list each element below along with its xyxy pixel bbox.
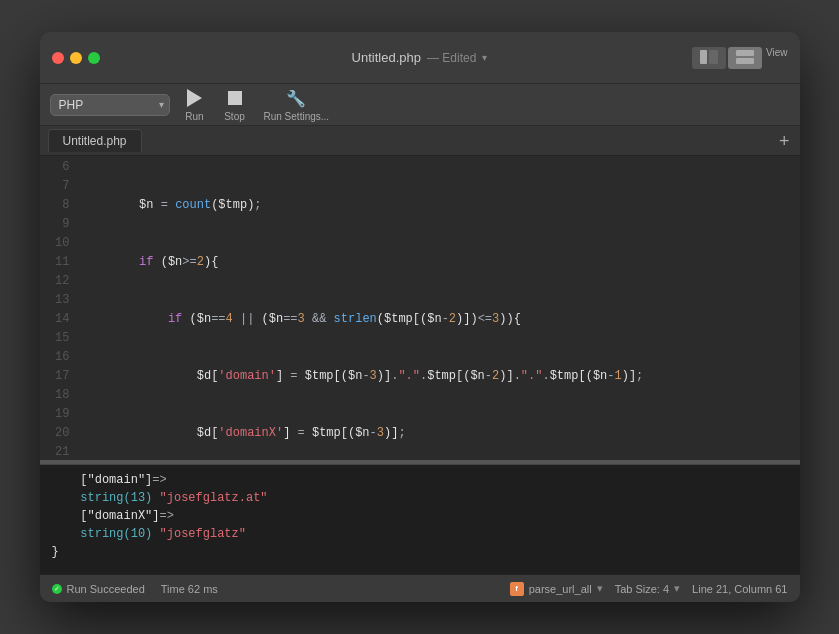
code-editor[interactable]: 6 7 8 9 10 11 12 13 14 15 16 17 18 19 20… (40, 156, 800, 460)
play-icon (184, 87, 206, 109)
run-status-item: Run Succeeded (52, 583, 145, 595)
code-line: $d['domain'] = $tmp[($n-3)].".".$tmp[($n… (78, 367, 800, 386)
tab-size-text: Tab Size: 4 (615, 583, 669, 595)
output-line: ["domain"]=> (52, 471, 788, 489)
status-right-group: f parse_url_all ▾ Tab Size: 4 ▾ Line 21,… (510, 582, 788, 596)
line-numbers: 6 7 8 9 10 11 12 13 14 15 16 17 18 19 20… (40, 156, 78, 460)
tabbar: Untitled.php + (40, 126, 800, 156)
code-line: $n = count($tmp); (78, 196, 800, 215)
cursor-position-text: Line 21, Column 61 (692, 583, 787, 595)
traffic-lights (52, 52, 100, 64)
run-status-text: Run Succeeded (67, 583, 145, 595)
run-button[interactable]: Run (180, 85, 210, 124)
tab-size-chevron-icon: ▾ (674, 582, 680, 595)
tab-untitled[interactable]: Untitled.php (48, 129, 142, 152)
output-area: ["domain"]=> string(13) "josefglatz.at" … (40, 464, 800, 574)
success-icon (52, 584, 62, 594)
stop-icon (224, 87, 246, 109)
output-line: } (52, 543, 788, 561)
code-content[interactable]: $n = count($tmp); if ($n>=2){ if ($n==4 … (78, 156, 800, 460)
stop-label: Stop (224, 111, 245, 122)
run-label: Run (185, 111, 203, 122)
language-select[interactable]: PHP JavaScript Python Ruby (50, 94, 170, 116)
toolbar: PHP JavaScript Python Ruby ▾ Run Stop 🔧 … (40, 84, 800, 126)
titlebar: Untitled.php — Edited ▾ View (40, 32, 800, 84)
svg-rect-2 (736, 50, 754, 56)
time-item: Time 62 ms (161, 583, 218, 595)
view-label: View (766, 47, 788, 69)
svg-rect-3 (736, 58, 754, 64)
editor-area: 6 7 8 9 10 11 12 13 14 15 16 17 18 19 20… (40, 156, 800, 574)
function-name: parse_url_all (529, 583, 592, 595)
add-tab-button[interactable]: + (779, 132, 790, 150)
time-text: Time 62 ms (161, 583, 218, 595)
editor-view-button[interactable] (692, 47, 726, 69)
stop-button[interactable]: Stop (220, 85, 250, 124)
output-line: string(13) "josefglatz.at" (52, 489, 788, 507)
run-settings-label: Run Settings... (264, 111, 330, 122)
code-line: if ($n==4 || ($n==3 && strlen($tmp[($n-2… (78, 310, 800, 329)
wrench-icon: 🔧 (285, 87, 307, 109)
cursor-position-item: Line 21, Column 61 (692, 583, 787, 595)
output-line: ["domainX"]=> (52, 507, 788, 525)
run-settings-button[interactable]: 🔧 Run Settings... (260, 85, 334, 124)
code-line: $d['domainX'] = $tmp[($n-3)]; (78, 424, 800, 443)
maximize-button[interactable] (88, 52, 100, 64)
app-window: Untitled.php — Edited ▾ View (40, 32, 800, 602)
svg-rect-1 (709, 50, 718, 64)
window-title: Untitled.php (352, 50, 421, 65)
minimize-button[interactable] (70, 52, 82, 64)
tab-label: Untitled.php (63, 134, 127, 148)
chevron-down-icon[interactable]: ▾ (482, 52, 487, 63)
function-item[interactable]: f parse_url_all ▾ (510, 582, 603, 596)
close-button[interactable] (52, 52, 64, 64)
window-title-group: Untitled.php — Edited ▾ (352, 50, 488, 65)
function-chevron-icon: ▾ (597, 582, 603, 595)
edited-indicator: — Edited (427, 51, 476, 65)
function-icon: f (510, 582, 524, 596)
svg-rect-0 (700, 50, 707, 64)
language-selector-wrap[interactable]: PHP JavaScript Python Ruby ▾ (50, 94, 170, 116)
view-button-group: View (692, 47, 788, 69)
split-view-button[interactable] (728, 47, 762, 69)
statusbar: Run Succeeded Time 62 ms f parse_url_all… (40, 574, 800, 602)
tab-size-item[interactable]: Tab Size: 4 ▾ (615, 582, 680, 595)
code-line: if ($n>=2){ (78, 253, 800, 272)
output-line: string(10) "josefglatz" (52, 525, 788, 543)
